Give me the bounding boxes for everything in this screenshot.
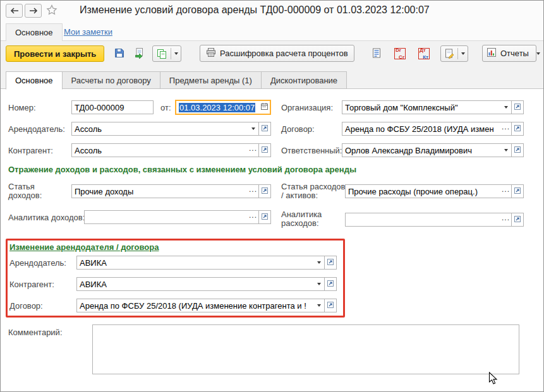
choose-button[interactable] [500, 185, 511, 198]
choose-button[interactable] [500, 213, 511, 226]
open-button[interactable] [324, 299, 337, 312]
dropdown-button[interactable] [248, 122, 258, 135]
choose-button[interactable] [248, 211, 258, 223]
change-contract-field[interactable]: Аренда по ФСБУ 25/2018 (ИУДА изменение к… [76, 299, 337, 312]
change-contract-value: Аренда по ФСБУ 25/2018 (ИУДА изменение к… [77, 301, 313, 311]
create-based-on-button[interactable] [152, 45, 181, 62]
organization-field[interactable]: Торговый дом "Комплексный" [342, 100, 524, 114]
landlord-field[interactable]: Ассоль [71, 122, 271, 136]
tab-discounting[interactable]: Дисконтирование [261, 71, 347, 89]
document-window: Изменение условий договора аренды ТД00-0… [0, 0, 544, 392]
nav-tab-main[interactable]: Основное [6, 23, 63, 41]
choose-button[interactable] [248, 144, 258, 157]
change-counterparty-field[interactable]: АВИКА [76, 277, 337, 291]
caret-down-icon [317, 283, 321, 285]
income-analytics-field[interactable] [84, 210, 271, 224]
caret-down-icon [504, 149, 508, 151]
tab-lease-items[interactable]: Предметы аренды (1) [160, 71, 262, 89]
favorite-star-icon[interactable] [46, 4, 57, 18]
open-form-icon [327, 280, 334, 289]
change-landlord-field[interactable]: АВИКА [76, 256, 337, 270]
open-button[interactable] [511, 122, 524, 136]
open-button[interactable] [511, 143, 524, 157]
document-green-arrow-icon [134, 47, 145, 61]
reports-button[interactable]: Отчеты [482, 45, 536, 62]
back-button[interactable] [6, 4, 23, 18]
number-label: Номер: [8, 103, 36, 112]
change-section-title[interactable]: Изменение арендодателя / договора [9, 242, 159, 252]
forward-button[interactable] [25, 4, 42, 18]
dropdown-button[interactable] [500, 144, 511, 157]
forward-arrow-icon [29, 6, 38, 16]
income-item-label: Статья доходов: [8, 182, 42, 200]
open-button[interactable] [324, 277, 337, 291]
open-form-icon [261, 124, 269, 134]
reports-label: Отчеты [500, 49, 529, 58]
dropdown-button[interactable] [313, 278, 324, 290]
open-button[interactable] [324, 256, 337, 270]
date-label: от: [160, 103, 171, 112]
date-value: 01.03.2023 12:00:07 [176, 103, 259, 112]
income-item-field[interactable]: Прочие доходы [71, 184, 271, 198]
chevron-down-icon[interactable] [458, 52, 468, 55]
caret-down-icon [317, 261, 321, 264]
open-button[interactable] [258, 210, 271, 224]
ellipsis-icon [249, 213, 257, 222]
post-document-button[interactable] [132, 46, 147, 61]
responsible-field[interactable]: Орлов Александр Владимирович [342, 143, 524, 157]
contract-field[interactable]: Аренда по ФСБУ 25/2018 (ИУДА измен [342, 122, 524, 136]
tab-contract-settlements[interactable]: Расчеты по договору [62, 71, 160, 89]
change-contract-label: Договор: [9, 301, 43, 311]
save-button[interactable] [112, 46, 127, 61]
tab-main-label: Основное [15, 76, 53, 85]
change-counterparty-label: Контрагент: [9, 280, 54, 289]
choose-button[interactable] [500, 122, 511, 135]
printer-icon [206, 47, 216, 59]
page-tabs: Основное Расчеты по договору Предметы ар… [1, 71, 543, 89]
counterparty-field[interactable]: Ассоль [71, 143, 271, 157]
number-input[interactable]: ТД00-000009 [71, 100, 154, 114]
document-versions-button[interactable] [440, 45, 468, 62]
drcr-top-label: Dr [396, 47, 401, 53]
date-input[interactable]: 01.03.2023 12:00:07 [175, 100, 271, 115]
open-form-icon [327, 258, 334, 268]
chevron-down-icon[interactable] [536, 52, 540, 55]
caret-down-icon [317, 304, 321, 307]
comment-textarea[interactable] [92, 324, 519, 374]
open-button[interactable] [258, 122, 271, 136]
choose-button[interactable] [248, 185, 258, 198]
open-form-icon [514, 187, 521, 196]
dropdown-button[interactable] [313, 256, 324, 269]
open-button[interactable] [511, 100, 524, 114]
chevron-down-icon[interactable] [171, 52, 181, 55]
expense-item-field[interactable]: Прочие расходы (прочие операц.) [345, 184, 524, 198]
bar-chart-icon [487, 47, 497, 59]
expense-item-value: Прочие расходы (прочие операц.) [346, 187, 500, 196]
expense-analytics-field[interactable] [345, 213, 524, 227]
ellipsis-icon [502, 215, 510, 224]
calendar-icon [260, 102, 269, 112]
organization-label: Организация: [281, 103, 333, 112]
register-records-button[interactable] [369, 46, 384, 61]
income-expense-section-title: Отражение доходов и расходов, связанных … [8, 165, 356, 174]
interest-calculation-button[interactable]: Расшифровка расчета процентов [200, 45, 354, 62]
dtkt-records-button[interactable]: Дт Кт [416, 46, 432, 61]
calendar-button[interactable] [259, 101, 270, 114]
green-copy-icon [153, 46, 171, 61]
post-and-close-button[interactable]: Провести и закрыть [6, 45, 104, 62]
open-button[interactable] [511, 184, 524, 198]
open-button[interactable] [511, 213, 524, 227]
responsible-label: Ответственный: [281, 146, 342, 155]
open-button[interactable] [258, 184, 271, 198]
income-item-value: Прочие доходы [72, 187, 248, 196]
drcr-records-button[interactable]: Dr Cr [392, 46, 408, 61]
number-value: ТД00-000009 [72, 103, 153, 112]
nav-link-my-notes[interactable]: Мои заметки [64, 27, 112, 37]
tab-main[interactable]: Основное [6, 71, 63, 90]
document-lines-icon [371, 47, 382, 61]
dropdown-button[interactable] [313, 299, 324, 312]
dropdown-button[interactable] [500, 101, 511, 114]
open-button[interactable] [258, 143, 271, 157]
drcr-bottom-label: Cr [399, 54, 404, 60]
tab-lease-items-label: Предметы аренды (1) [169, 76, 252, 85]
